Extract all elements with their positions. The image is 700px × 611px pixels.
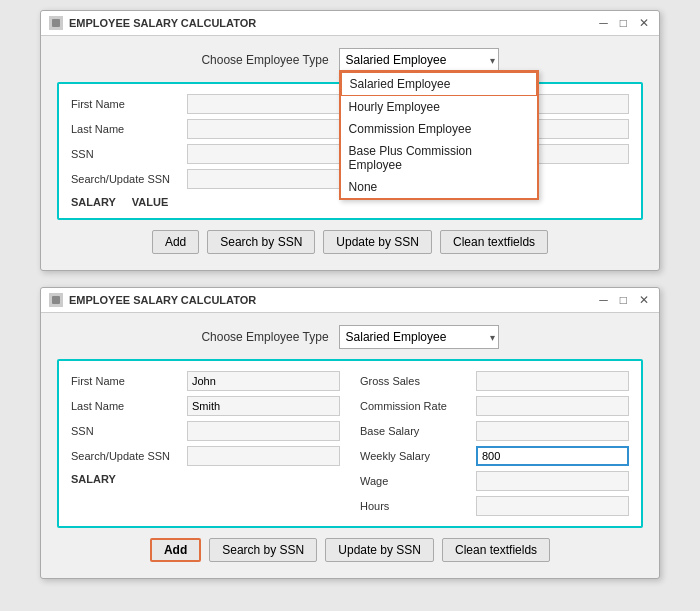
search-by-ssn-button-1[interactable]: Search by SSN xyxy=(207,230,315,254)
firstname-input-2[interactable] xyxy=(187,371,340,391)
commission-rate-row-2: Commission Rate xyxy=(360,396,629,416)
window-controls-2: ─ □ ✕ xyxy=(597,294,651,306)
dropdown-option-salaried[interactable]: Salaried Employee xyxy=(341,72,537,96)
search-update-ssn-row-1: Search/Update SSN xyxy=(71,169,340,189)
lastname-row-2: Last Name xyxy=(71,396,340,416)
svg-rect-1 xyxy=(52,296,60,304)
ssn-label-1: SSN xyxy=(71,148,181,160)
hours-label-2: Hours xyxy=(360,500,470,512)
minimize-button-2[interactable]: ─ xyxy=(597,294,610,306)
firstname-input-1[interactable] xyxy=(187,94,340,114)
search-update-ssn-label-1: Search/Update SSN xyxy=(71,173,181,185)
window-title-2: EMPLOYEE SALARY CALCULATOR xyxy=(69,294,256,306)
ssn-label-2: SSN xyxy=(71,425,181,437)
base-salary-label-2: Base Salary xyxy=(360,425,470,437)
wage-label-2: Wage xyxy=(360,475,470,487)
weekly-salary-row-2: Weekly Salary xyxy=(360,446,629,466)
value-label-1: VALUE xyxy=(132,196,168,208)
search-update-ssn-input-2[interactable] xyxy=(187,446,340,466)
select-wrapper-2: Salaried Employee Hourly Employee Commis… xyxy=(339,325,499,349)
titlebar-left-1: EMPLOYEE SALARY CALCULATOR xyxy=(49,16,256,30)
app-icon-2 xyxy=(49,293,63,307)
titlebar-1: EMPLOYEE SALARY CALCULATOR ─ □ ✕ xyxy=(41,11,659,36)
choose-label-1: Choose Employee Type xyxy=(201,53,328,67)
gross-sales-row-2: Gross Sales xyxy=(360,371,629,391)
dropdown-option-none[interactable]: None xyxy=(341,176,537,198)
clean-textfields-button-1[interactable]: Clean textfields xyxy=(440,230,548,254)
form-grid-2: First Name Last Name SSN Search/Update S… xyxy=(71,371,629,516)
ssn-input-1[interactable] xyxy=(187,144,340,164)
dropdown-option-commission[interactable]: Commission Employee xyxy=(341,118,537,140)
maximize-button-2[interactable]: □ xyxy=(618,294,629,306)
commission-rate-label-2: Commission Rate xyxy=(360,400,470,412)
update-by-ssn-button-1[interactable]: Update by SSN xyxy=(323,230,432,254)
window-2: EMPLOYEE SALARY CALCULATOR ─ □ ✕ Choose … xyxy=(40,287,660,579)
search-update-ssn-input-1[interactable] xyxy=(187,169,340,189)
salary-row-2: SALARY xyxy=(71,473,340,485)
base-salary-row-2: Base Salary xyxy=(360,421,629,441)
search-update-ssn-label-2: Search/Update SSN xyxy=(71,450,181,462)
dropdown-option-hourly[interactable]: Hourly Employee xyxy=(341,96,537,118)
salary-value-row-1: SALARY VALUE xyxy=(71,196,340,208)
window-1: EMPLOYEE SALARY CALCULATOR ─ □ ✕ Choose … xyxy=(40,10,660,271)
form-left-2: First Name Last Name SSN Search/Update S… xyxy=(71,371,340,516)
gross-sales-label-2: Gross Sales xyxy=(360,375,470,387)
ssn-row-1: SSN xyxy=(71,144,340,164)
window-controls-1: ─ □ ✕ xyxy=(597,17,651,29)
firstname-label-2: First Name xyxy=(71,375,181,387)
ssn-row-2: SSN xyxy=(71,421,340,441)
lastname-row-1: Last Name xyxy=(71,119,340,139)
base-salary-input-2[interactable] xyxy=(476,421,629,441)
titlebar-left-2: EMPLOYEE SALARY CALCULATOR xyxy=(49,293,256,307)
svg-rect-0 xyxy=(52,19,60,27)
salary-label-1: SALARY xyxy=(71,196,116,208)
weekly-salary-input-2[interactable] xyxy=(476,446,629,466)
dropdown-option-base-plus[interactable]: Base Plus Commission Employee xyxy=(341,140,537,176)
wage-row-2: Wage xyxy=(360,471,629,491)
form-right-2: Gross Sales Commission Rate Base Salary … xyxy=(360,371,629,516)
weekly-salary-label-2: Weekly Salary xyxy=(360,450,470,462)
clean-textfields-button-2[interactable]: Clean textfields xyxy=(442,538,550,562)
dropdown-popup-1: Salaried Employee Hourly Employee Commis… xyxy=(339,70,539,200)
gross-sales-input-2[interactable] xyxy=(476,371,629,391)
firstname-row-2: First Name xyxy=(71,371,340,391)
wage-input-2[interactable] xyxy=(476,471,629,491)
window-body-2: Choose Employee Type Salaried Employee H… xyxy=(41,313,659,578)
lastname-input-2[interactable] xyxy=(187,396,340,416)
app-icon-1 xyxy=(49,16,63,30)
window-body-1: Choose Employee Type Salaried Employee H… xyxy=(41,36,659,270)
maximize-button-1[interactable]: □ xyxy=(618,17,629,29)
employee-type-select-1[interactable]: Salaried Employee Hourly Employee Commis… xyxy=(339,48,499,72)
hours-input-2[interactable] xyxy=(476,496,629,516)
search-by-ssn-button-2[interactable]: Search by SSN xyxy=(209,538,317,562)
form-left-1: First Name Last Name SSN Search/Update S… xyxy=(71,94,340,208)
titlebar-2: EMPLOYEE SALARY CALCULATOR ─ □ ✕ xyxy=(41,288,659,313)
close-button-2[interactable]: ✕ xyxy=(637,294,651,306)
form-panel-2: First Name Last Name SSN Search/Update S… xyxy=(57,359,643,528)
salary-label-2: SALARY xyxy=(71,473,116,485)
window-title-1: EMPLOYEE SALARY CALCULATOR xyxy=(69,17,256,29)
update-by-ssn-button-2[interactable]: Update by SSN xyxy=(325,538,434,562)
minimize-button-1[interactable]: ─ xyxy=(597,17,610,29)
firstname-label-1: First Name xyxy=(71,98,181,110)
hours-row-2: Hours xyxy=(360,496,629,516)
search-update-ssn-row-2: Search/Update SSN xyxy=(71,446,340,466)
button-row-2: Add Search by SSN Update by SSN Clean te… xyxy=(57,538,643,562)
lastname-label-2: Last Name xyxy=(71,400,181,412)
add-button-2[interactable]: Add xyxy=(150,538,201,562)
lastname-input-1[interactable] xyxy=(187,119,340,139)
employee-type-row-1: Choose Employee Type Salaried Employee H… xyxy=(57,48,643,72)
employee-type-row-2: Choose Employee Type Salaried Employee H… xyxy=(57,325,643,349)
select-wrapper-1: Salaried Employee Hourly Employee Commis… xyxy=(339,48,499,72)
firstname-row-1: First Name xyxy=(71,94,340,114)
button-row-1: Add Search by SSN Update by SSN Clean te… xyxy=(57,230,643,254)
close-button-1[interactable]: ✕ xyxy=(637,17,651,29)
add-button-1[interactable]: Add xyxy=(152,230,199,254)
employee-type-select-2[interactable]: Salaried Employee Hourly Employee Commis… xyxy=(339,325,499,349)
lastname-label-1: Last Name xyxy=(71,123,181,135)
ssn-input-2[interactable] xyxy=(187,421,340,441)
choose-label-2: Choose Employee Type xyxy=(201,330,328,344)
commission-rate-input-2[interactable] xyxy=(476,396,629,416)
